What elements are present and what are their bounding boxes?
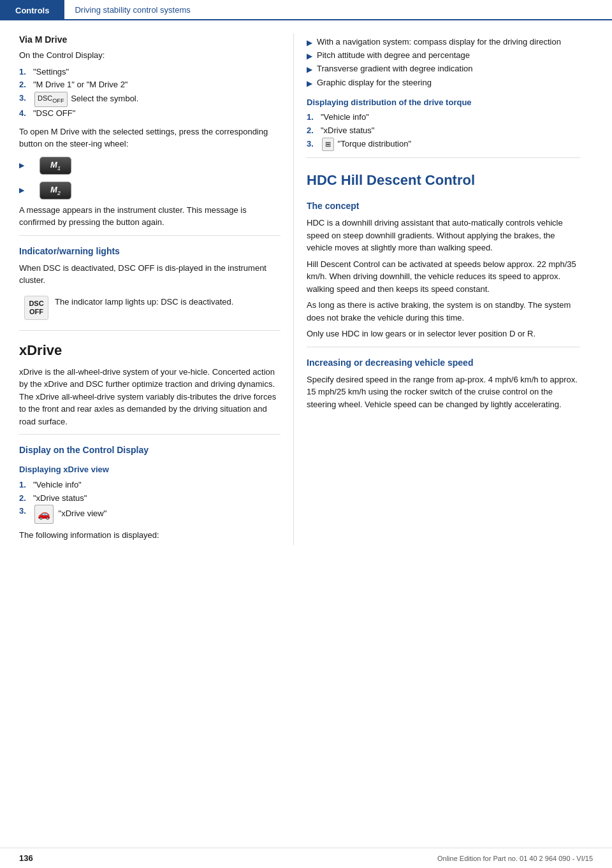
bullet-arrow: ▶ (307, 50, 313, 62)
page-footer: 136 Online Edition for Part no. 01 40 2 … (0, 848, 612, 868)
following-info-list: ▶ With a navigation system: compass disp… (307, 36, 580, 90)
via-m-drive-steps: 1. "Settings" 2. "M Drive 1" or "M Drive… (19, 66, 280, 120)
left-column: Via M Drive On the Control Display: 1. "… (0, 33, 293, 545)
section-label: Driving stability control systems (75, 5, 190, 15)
following-text: The following information is displayed: (19, 529, 280, 542)
hdc-para-3: As long as there is active braking, the … (307, 299, 580, 324)
increasing-heading: Increasing or decreasing vehicle speed (307, 356, 580, 370)
m-drive-open-text: To open M Drive with the selected settin… (19, 126, 280, 150)
list-item: 1. "Vehicle info" (19, 479, 280, 492)
header-controls-tab: Controls (0, 0, 64, 20)
divider (19, 235, 280, 236)
xdrive-view-heading: Displaying xDrive view (19, 463, 280, 476)
hdc-para-1: HDC is a downhill driving assistant that… (307, 217, 580, 254)
list-item: 1. "Settings" (19, 66, 280, 79)
hdc-para-2: Hill Descent Control can be activated at… (307, 258, 580, 296)
torque-section: Displaying distribution of the drive tor… (307, 96, 580, 152)
indicator-heading: Indicator/warning lights (19, 245, 280, 258)
list-item: ▶ Graphic display for the steering (307, 76, 580, 90)
increasing-text: Specify desired speed in the range from … (307, 373, 580, 411)
warning-text: The indicator lamp lights up: DSC is dea… (55, 296, 233, 308)
via-m-drive-section: Via M Drive On the Control Display: 1. "… (19, 33, 280, 229)
display-control-heading: Display on the Control Display (19, 444, 280, 457)
indicator-section: Indicator/warning lights When DSC is dea… (19, 245, 280, 324)
bullet-arrow: ▶ (307, 78, 313, 90)
bullet-arrow: ▶ (19, 186, 24, 194)
list-item: 1. "Vehicle info" (307, 111, 580, 124)
page-content: Via M Drive On the Control Display: 1. "… (0, 20, 612, 558)
list-item: ▶ With a navigation system: compass disp… (307, 36, 580, 49)
car-top-icon: 🚗 (34, 505, 54, 524)
list-item: 4. "DSC OFF" (19, 107, 280, 120)
message-text: A message appears in the instrument clus… (19, 204, 280, 229)
torque-heading: Displaying distribution of the drive tor… (307, 96, 580, 109)
via-m-drive-heading: Via M Drive (19, 33, 280, 47)
display-control-section: Display on the Control Display Displayin… (19, 444, 280, 541)
torque-icon: ⊞ (322, 138, 334, 152)
list-item: 3. DSCOFF Select the symbol. (19, 92, 280, 107)
list-item: 2. "xDrive status" (307, 124, 580, 138)
list-item: 3. ⊞ "Torque distribution" (307, 138, 580, 152)
concept-heading: The concept (307, 199, 580, 213)
divider (307, 347, 580, 347)
m2-button-row: ▶ M2 (19, 179, 280, 202)
dsc-warning-icon: DSCOFF (24, 296, 48, 320)
via-m-drive-subtitle: On the Control Display: (19, 49, 280, 62)
list-item: 2. "xDrive status" (19, 492, 280, 505)
footer-info: Online Edition for Part no. 01 40 2 964 … (437, 855, 593, 862)
divider (19, 330, 280, 331)
torque-steps: 1. "Vehicle info" 2. "xDrive status" 3. … (307, 111, 580, 151)
list-item: ▶ Transverse gradient with degree indica… (307, 62, 580, 76)
hdc-heading: HDC Hill Descent Control (307, 170, 580, 191)
list-item: 2. "M Drive 1" or "M Drive 2" (19, 78, 280, 92)
m1-button: M1 (40, 157, 71, 175)
list-item: 3. 🚗 "xDrive view" (19, 505, 280, 524)
indicator-text: When DSC is deactivated, DSC OFF is dis-… (19, 262, 280, 287)
page-header: Controls Driving stability control syste… (0, 0, 612, 20)
page-number: 136 (19, 853, 33, 863)
xdrive-section: xDrive xDrive is the all-wheel-drive sys… (19, 340, 280, 428)
warning-box: DSCOFF The indicator lamp lights up: DSC… (19, 292, 280, 324)
divider (307, 157, 580, 158)
right-column: ▶ With a navigation system: compass disp… (293, 33, 599, 545)
list-item: ▶ Pitch attitude with degree and percent… (307, 49, 580, 62)
dsc-off-icon: DSCOFF (34, 92, 68, 107)
controls-label: Controls (15, 6, 49, 15)
xdrive-view-steps: 1. "Vehicle info" 2. "xDrive status" 3. … (19, 479, 280, 524)
hdc-para-4: Only use HDC in low gears or in selector… (307, 328, 580, 340)
hdc-section: HDC Hill Descent Control The concept HDC… (307, 170, 580, 410)
bullet-arrow: ▶ (19, 161, 24, 170)
xdrive-text: xDrive is the all-wheel-drive system of … (19, 366, 280, 428)
m2-button: M2 (40, 182, 71, 199)
m1-button-row: ▶ M1 (19, 154, 280, 177)
bullet-arrow: ▶ (307, 37, 313, 49)
divider (19, 434, 280, 435)
xdrive-heading: xDrive (19, 340, 280, 361)
bullet-arrow: ▶ (307, 64, 313, 76)
header-section-label: Driving stability control systems (64, 0, 612, 20)
